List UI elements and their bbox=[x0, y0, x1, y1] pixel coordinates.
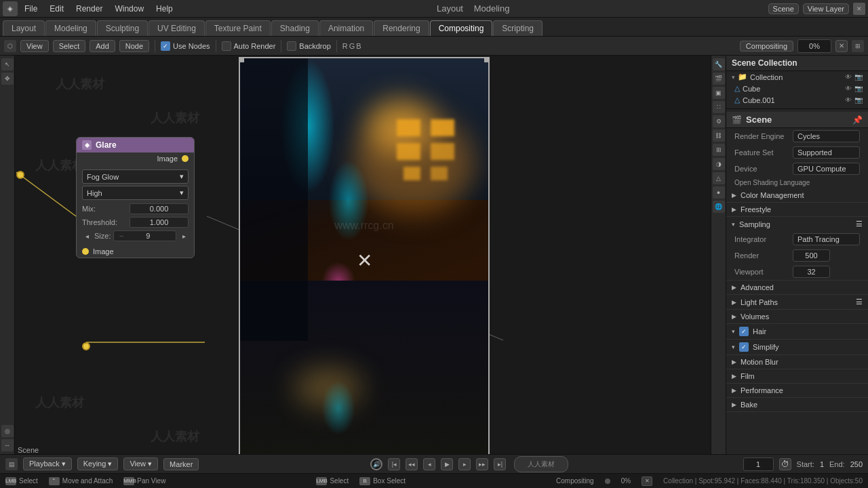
close-window-icon[interactable]: ✕ bbox=[853, 3, 865, 15]
frame-marker-icon[interactable]: ⏱ bbox=[779, 458, 791, 470]
size-increment-btn[interactable]: ▸ bbox=[179, 231, 189, 241]
node-editor-type-icon[interactable]: ⬡ bbox=[4, 40, 16, 52]
constraints-icon[interactable]: ⛓ bbox=[713, 129, 725, 142]
collection-render-icon[interactable]: 📷 bbox=[854, 73, 863, 81]
volumes-header[interactable]: ▶ Volumes bbox=[726, 310, 868, 323]
view-menu-btn[interactable]: View bbox=[20, 40, 49, 52]
menu-render[interactable]: Render bbox=[71, 3, 108, 15]
tab-scripting[interactable]: Scripting bbox=[493, 20, 542, 36]
zoom-percent[interactable]: 0% bbox=[797, 39, 831, 53]
sampling-list-icon[interactable]: ☰ bbox=[856, 220, 863, 228]
integrator-dropdown[interactable]: Path Tracing bbox=[793, 233, 860, 245]
select-menu-btn[interactable]: Select bbox=[53, 40, 86, 52]
move-tool-icon[interactable]: ✥ bbox=[1, 73, 14, 85]
simplify-header[interactable]: ▾ ✓ Simplify bbox=[726, 340, 868, 354]
prev-frame-btn[interactable]: ◂ bbox=[423, 458, 435, 470]
tab-uv-editing[interactable]: UV Editing bbox=[149, 20, 205, 36]
material-icon[interactable]: ● bbox=[713, 186, 725, 199]
data-icon[interactable]: △ bbox=[713, 172, 725, 184]
feature-set-dropdown[interactable]: Supported bbox=[793, 146, 860, 159]
hair-checkbox[interactable]: ✓ bbox=[739, 327, 749, 336]
audio-icon[interactable]: 🔊 bbox=[370, 458, 382, 470]
play-btn[interactable]: ▶ bbox=[441, 458, 453, 470]
backdrop-toggle[interactable]: Backdrop bbox=[287, 41, 330, 51]
glare-node[interactable]: ◈ Glare Image Fog Glow ▾ High ▾ bbox=[76, 137, 195, 258]
select-tool-icon[interactable]: ↖ bbox=[1, 58, 14, 70]
marker-menu[interactable]: Marker bbox=[163, 458, 199, 470]
close-btn[interactable]: ✕ bbox=[835, 40, 848, 52]
collection-expand-icon[interactable]: ▾ bbox=[732, 74, 735, 81]
use-nodes-toggle[interactable]: ✓ Use Nodes bbox=[161, 41, 210, 51]
overlay-icon[interactable]: ◎ bbox=[1, 425, 14, 437]
corner-handle-tl[interactable] bbox=[239, 57, 244, 62]
cube001-render-icon[interactable]: 📷 bbox=[854, 96, 863, 104]
tab-texture-paint[interactable]: Texture Paint bbox=[205, 20, 271, 36]
device-dropdown[interactable]: GPU Compute bbox=[793, 163, 860, 175]
close-status-btn[interactable]: ✕ bbox=[642, 476, 652, 486]
world-icon[interactable]: 🌐 bbox=[713, 201, 725, 213]
glare-quality-dropdown[interactable]: High ▾ bbox=[82, 186, 189, 200]
advanced-header[interactable]: ▶ Advanced bbox=[726, 281, 868, 294]
tab-rendering[interactable]: Rendering bbox=[374, 20, 429, 36]
node-menu-btn[interactable]: Node bbox=[119, 40, 149, 52]
zoom-in-icon[interactable]: ↔ bbox=[1, 439, 14, 451]
size-decrement-btn[interactable]: ◂ bbox=[82, 231, 92, 241]
auto-render-toggle[interactable]: Auto Render bbox=[222, 41, 276, 51]
modifiers-icon[interactable]: ⊞ bbox=[713, 144, 725, 156]
start-value[interactable]: 1 bbox=[820, 460, 824, 468]
pin-icon[interactable]: 📌 bbox=[852, 115, 863, 125]
cube-label[interactable]: Cube bbox=[743, 85, 842, 93]
tab-sculpting[interactable]: Sculpting bbox=[97, 20, 148, 36]
add-menu-btn[interactable]: Add bbox=[90, 40, 115, 52]
view-menu-tl[interactable]: View ▾ bbox=[123, 458, 158, 470]
cube001-visibility-icon[interactable]: 👁 bbox=[845, 96, 852, 104]
sidebar-toggle-icon[interactable]: ⊞ bbox=[852, 40, 864, 52]
physics-icon[interactable]: ⚙ bbox=[713, 115, 725, 127]
compositing-label-btn[interactable]: Compositing bbox=[740, 41, 793, 52]
collection-label[interactable]: Collection bbox=[750, 73, 842, 81]
light-paths-list-icon[interactable]: ☰ bbox=[856, 298, 863, 306]
tab-shading[interactable]: Shading bbox=[271, 20, 319, 36]
playback-menu[interactable]: Playback ▾ bbox=[23, 458, 72, 470]
mix-value[interactable]: 0.000 bbox=[130, 203, 189, 214]
tab-modeling[interactable]: Modeling bbox=[45, 20, 96, 36]
menu-window[interactable]: Window bbox=[109, 3, 149, 15]
blender-logo-icon[interactable]: ◈ bbox=[3, 1, 18, 16]
view-layer-name[interactable]: View Layer bbox=[808, 5, 844, 13]
sampling-header[interactable]: ▾ Sampling ☰ bbox=[726, 217, 868, 231]
scene-icon[interactable]: 🎬 bbox=[713, 73, 725, 85]
simplify-checkbox[interactable]: ✓ bbox=[739, 342, 749, 352]
end-value[interactable]: 250 bbox=[850, 460, 863, 468]
hair-header[interactable]: ▾ ✓ Hair bbox=[726, 324, 868, 339]
properties-icon[interactable]: 🔧 bbox=[713, 58, 725, 70]
glare-type-dropdown[interactable]: Fog Glow ▾ bbox=[82, 169, 189, 184]
cube-visibility-icon[interactable]: 👁 bbox=[845, 85, 852, 92]
keying-menu[interactable]: Keying ▾ bbox=[77, 458, 119, 470]
tab-compositing[interactable]: Compositing bbox=[430, 20, 493, 36]
next-frame-btn[interactable]: ▸ bbox=[458, 458, 471, 470]
render-engine-dropdown[interactable]: Cycles bbox=[793, 130, 860, 142]
performance-header[interactable]: ▶ Performance bbox=[726, 384, 868, 397]
menu-edit[interactable]: Edit bbox=[44, 3, 69, 15]
next-keyframe-btn[interactable]: ▸▸ bbox=[476, 458, 488, 470]
tab-animation[interactable]: Animation bbox=[319, 20, 373, 36]
menu-help[interactable]: Help bbox=[151, 3, 178, 15]
cube001-label[interactable]: Cube.001 bbox=[743, 96, 842, 104]
collection-visibility-icon[interactable]: 👁 bbox=[845, 73, 852, 81]
render-samples-value[interactable]: 500 bbox=[793, 249, 830, 262]
tab-layout[interactable]: Layout bbox=[3, 20, 45, 36]
corner-handle-tr[interactable] bbox=[484, 57, 490, 62]
jump-end-btn[interactable]: ▸| bbox=[494, 458, 506, 470]
prev-keyframe-btn[interactable]: ◂◂ bbox=[406, 458, 418, 470]
light-paths-header[interactable]: ▶ Light Paths ☰ bbox=[726, 295, 868, 309]
motion-blur-header[interactable]: ▶ Motion Blur bbox=[726, 355, 868, 369]
menu-file[interactable]: File bbox=[19, 3, 43, 15]
jump-start-btn[interactable]: |◂ bbox=[388, 458, 400, 470]
threshold-value[interactable]: 1.000 bbox=[130, 217, 189, 228]
image-input-socket[interactable] bbox=[182, 155, 189, 162]
image-output-socket[interactable] bbox=[82, 248, 89, 255]
size-drag-field[interactable]: ↔ 9 bbox=[113, 230, 176, 241]
bake-header[interactable]: ▶ Bake bbox=[726, 398, 868, 411]
shading-icon[interactable]: ◑ bbox=[713, 158, 725, 170]
cube-render-icon[interactable]: 📷 bbox=[854, 85, 863, 92]
